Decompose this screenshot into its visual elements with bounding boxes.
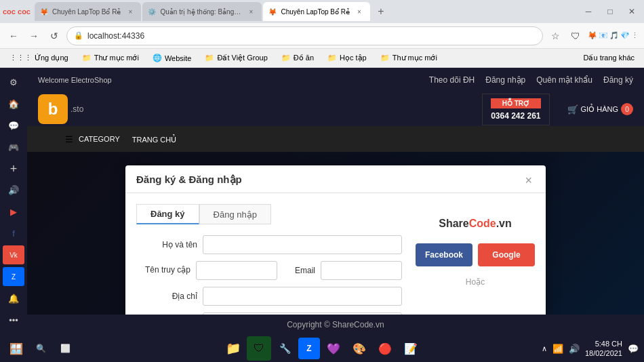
modal-body: Đăng ký Đăng nhập Họ và tên: [125, 193, 546, 315]
taskbar-folder[interactable]: 📁: [221, 336, 245, 361]
address-input[interactable]: [203, 287, 402, 306]
tab-3-close[interactable]: ×: [354, 6, 365, 17]
sidebar-chat-icon[interactable]: 💬: [3, 117, 24, 136]
sidebar-add-icon[interactable]: +: [3, 159, 24, 178]
modal-title: Đăng ký & Đăng nhập: [136, 174, 242, 193]
tab-2-close[interactable]: ×: [245, 6, 256, 17]
modal-close-button[interactable]: ×: [522, 174, 535, 188]
page-content: ⚙ 🏠 💬 🎮 + 🔊 ▶ f Vk Z 🔔 ••• Welcome Elect…: [0, 68, 644, 335]
close-button[interactable]: ✕: [622, 2, 641, 21]
taskbar-app-tools[interactable]: 🔧: [273, 336, 297, 361]
shield-icon: 🛡: [567, 28, 584, 44]
sidebar-facebook-icon[interactable]: f: [3, 224, 24, 243]
bookmark-study[interactable]: 📁 Học tập: [323, 52, 371, 64]
sidebar-viki-icon[interactable]: Vk: [3, 245, 24, 264]
bookmark-folder-2[interactable]: 📁 Thư mục mới: [376, 52, 441, 64]
topbar-login-link[interactable]: Đăng nhập: [485, 75, 525, 85]
modal-tabs: Đăng ký Đăng nhập: [136, 204, 402, 224]
taskbar-red-app[interactable]: 🔴: [373, 336, 397, 361]
back-button[interactable]: ←: [5, 28, 22, 44]
window-controls: ─ □ ✕: [579, 2, 641, 21]
full-name-input[interactable]: [203, 235, 402, 254]
sidebar-game-icon[interactable]: 🎮: [3, 138, 24, 157]
phone-row: Số điện thoại: [136, 313, 402, 315]
topbar-register-link[interactable]: Đăng ký: [603, 75, 633, 85]
taskbar-vs[interactable]: 💜: [321, 336, 346, 361]
bookmark-folder-1[interactable]: 📁 Thư mục mới: [78, 52, 143, 64]
bookmark-more[interactable]: Dấu trang khác: [580, 52, 639, 64]
bookmark-food[interactable]: 📁 Đồ ăn: [277, 52, 318, 64]
cart-area[interactable]: 🛒 GIỎ HÀNG 0: [567, 103, 633, 115]
social-buttons: Facebook Google: [416, 243, 535, 266]
hamburger-icon: ☰: [65, 134, 73, 144]
sidebar-home-icon[interactable]: 🏠: [3, 95, 24, 114]
tab-3[interactable]: 🦊 Chuyên LapTop Bổ Rẻ ×: [263, 2, 370, 21]
hoac-divider: Hoặc: [466, 277, 485, 287]
site-welcome: Welcome ElectroShop: [38, 76, 112, 84]
sidebar-notification-icon[interactable]: 🔔: [3, 289, 24, 308]
taskbar-taskview[interactable]: ⬜: [54, 338, 76, 359]
sidebar-sound-icon[interactable]: 🔊: [3, 181, 24, 200]
nav-category[interactable]: ☰ CATEGORY: [65, 134, 120, 144]
bookmark-website-label: Website: [165, 54, 192, 62]
taskbar-scratch[interactable]: 🎨: [347, 336, 371, 361]
address-bar[interactable]: 🔒 localhost:44336: [66, 26, 543, 45]
site-footer: Copyright © ShareCode.vn: [27, 315, 644, 335]
forward-button[interactable]: →: [26, 28, 42, 44]
taskbar-clock[interactable]: 5:48 CH 18/02/2021: [585, 339, 622, 359]
username-input[interactable]: [196, 261, 277, 280]
bookmarks-bar: ⋮⋮⋮ Ứng dụng 📁 Thư mục mới 🌐 Website 📁 Đ…: [0, 49, 644, 68]
google-login-button[interactable]: Google: [478, 243, 535, 266]
modal-header: Đăng ký & Đăng nhập ×: [125, 165, 546, 193]
tab-1-favicon: 🦊: [40, 8, 48, 16]
maximize-button[interactable]: □: [601, 2, 620, 21]
bookmark-dat-viet-label: Đất Việt Group: [217, 54, 267, 62]
tab-2[interactable]: ⚙️ Quản trị hệ thống: Bảng điều... ×: [142, 2, 262, 21]
start-button[interactable]: 🪟: [5, 338, 27, 359]
taskbar-search[interactable]: 🔍: [30, 338, 52, 359]
taskbar-app-green[interactable]: 🛡: [247, 336, 271, 361]
phone-input[interactable]: [203, 313, 402, 315]
tab-1[interactable]: 🦊 Chuyên LapTop Bổ Rẻ ×: [35, 2, 142, 21]
email-input[interactable]: [321, 261, 402, 280]
category-label: CATEGORY: [79, 135, 120, 143]
bookmark-star[interactable]: ☆: [547, 28, 563, 44]
site-logo-text: .sto: [71, 104, 83, 114]
sidebar-zalo-icon[interactable]: Z: [3, 267, 24, 286]
modal-overlay: Đăng ký & Đăng nhập × Đăng ký Đăng nhập: [27, 152, 644, 315]
topbar-track-link[interactable]: Theo dõi ĐH: [429, 75, 475, 85]
tab-2-favicon: ⚙️: [148, 8, 156, 16]
sidebar-youtube-icon[interactable]: ▶: [3, 203, 24, 222]
bookmark-apps[interactable]: ⋮⋮⋮ Ứng dụng: [5, 52, 73, 64]
cart-label: GIỎ HÀNG: [581, 105, 618, 114]
bookmark-website[interactable]: 🌐 Website: [148, 52, 196, 64]
tab-register-btn[interactable]: Đăng ký: [136, 204, 199, 224]
sidebar-settings-icon[interactable]: ⚙: [3, 73, 24, 92]
facebook-login-button[interactable]: Facebook: [416, 243, 472, 266]
reload-button[interactable]: ↺: [46, 28, 62, 44]
tab-login-btn[interactable]: Đăng nhập: [199, 204, 271, 224]
topbar-forgot-link[interactable]: Quên mật khẩu: [536, 75, 592, 85]
taskbar-zalo[interactable]: Z: [298, 338, 320, 359]
bookmark-folder-1-label: Thư mục mới: [94, 54, 139, 62]
extension-area: 🦊 📧 🎵 💎 ⋮: [588, 31, 639, 40]
bookmark-dat-viet[interactable]: 📁 Đất Việt Group: [201, 52, 271, 64]
taskbar-network-icon[interactable]: 📶: [552, 344, 563, 354]
taskbar-word[interactable]: 📝: [399, 336, 423, 361]
minimize-button[interactable]: ─: [579, 2, 598, 21]
taskbar: 🪟 🔍 ⬜ 📁 🛡 🔧 Z 💜 🎨 🔴 📝 ∧ 📶 🔊 5:48 CH 18/0…: [0, 335, 644, 362]
home-label: TRANG CHỦ: [132, 136, 176, 144]
taskbar-volume-icon[interactable]: 🔊: [569, 344, 580, 354]
taskbar-up-icon[interactable]: ∧: [542, 344, 547, 353]
tab-1-close[interactable]: ×: [125, 6, 136, 17]
new-tab-button[interactable]: +: [371, 2, 390, 21]
taskbar-notification-icon[interactable]: 💬: [628, 344, 639, 354]
site-logo-icon: b: [38, 94, 68, 124]
tab-1-label: Chuyên LapTop Bổ Rẻ: [52, 8, 121, 16]
registration-modal: Đăng ký & Đăng nhập × Đăng ký Đăng nhập: [125, 165, 546, 315]
sidebar-more-icon[interactable]: •••: [3, 310, 24, 329]
nav-home[interactable]: TRANG CHỦ: [132, 134, 176, 144]
support-phone: 0364 242 261: [491, 111, 540, 121]
share-text: Share: [439, 218, 468, 229]
social-login-area: ShareCode.vn Facebook Google Hoặc: [416, 204, 535, 315]
